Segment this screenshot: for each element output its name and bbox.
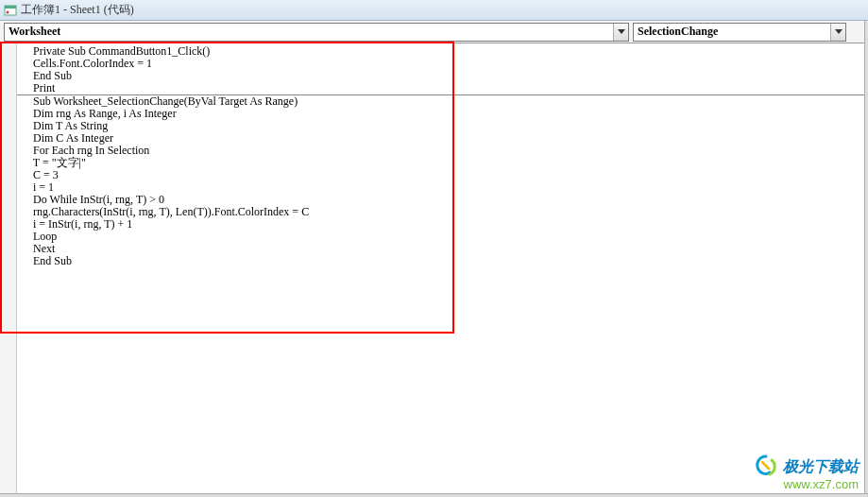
swirl-icon <box>753 454 779 479</box>
watermark: 极光下载站 www.xz7.com <box>753 454 859 491</box>
right-edge <box>864 21 868 497</box>
code-line: C = 3 <box>17 169 868 181</box>
watermark-logo: 极光下载站 <box>753 454 859 479</box>
svg-point-2 <box>7 10 9 13</box>
code-line: Loop <box>17 231 868 243</box>
chevron-down-icon[interactable] <box>830 24 845 41</box>
code-line: Next <box>17 243 868 255</box>
code-line: Cells.Font.ColorIndex = 1 <box>17 58 868 70</box>
procedure-dropdown[interactable]: SelectionChange <box>633 23 846 42</box>
watermark-url: www.xz7.com <box>753 477 859 491</box>
margin-indicator-bar <box>0 43 17 495</box>
object-dropdown[interactable]: Worksheet <box>4 23 629 42</box>
code-line: Dim rng As Range, i As Integer <box>17 108 868 120</box>
chevron-down-icon[interactable] <box>613 24 628 41</box>
code-pane[interactable]: Private Sub CommandButton1_Click() Cells… <box>17 43 868 495</box>
title-bar: 工作簿1 - Sheet1 (代码) <box>0 0 868 21</box>
code-editor[interactable]: Private Sub CommandButton1_Click() Cells… <box>0 43 868 495</box>
svg-rect-1 <box>5 6 16 9</box>
code-line: For Each rng In Selection <box>17 145 868 157</box>
vba-module-icon <box>4 4 17 17</box>
toolbar: Worksheet SelectionChange <box>0 21 868 43</box>
code-line: End Sub <box>17 255 868 267</box>
code-line: i = InStr(i, rng, T) + 1 <box>17 218 868 231</box>
window-title: 工作簿1 - Sheet1 (代码) <box>21 2 134 18</box>
object-dropdown-value: Worksheet <box>5 25 613 39</box>
code-line: rng.Characters(InStr(i, rng, T), Len(T))… <box>17 206 868 218</box>
code-line: End Sub <box>17 70 868 82</box>
procedure-dropdown-value: SelectionChange <box>634 25 830 39</box>
watermark-site-name: 极光下载站 <box>783 457 859 477</box>
bottom-edge <box>0 493 868 497</box>
code-line: Print <box>17 82 868 94</box>
code-line: T = "文字|" <box>17 157 868 169</box>
code-line: Dim T As String <box>17 120 868 132</box>
